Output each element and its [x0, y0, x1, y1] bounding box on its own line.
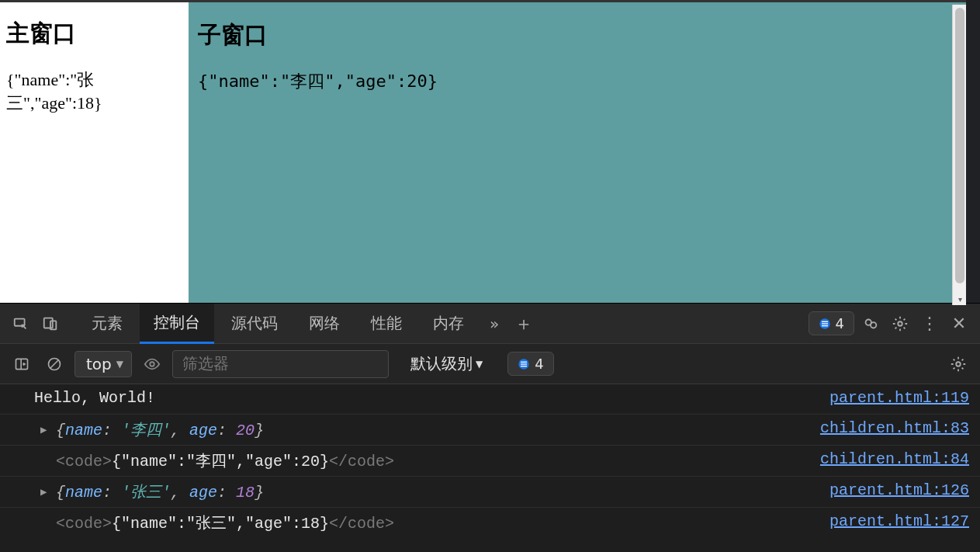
- issues-counter[interactable]: 4: [809, 311, 854, 335]
- svg-rect-4: [822, 323, 828, 324]
- source-link[interactable]: parent.html:119: [814, 389, 969, 407]
- scrollbar-thumb[interactable]: [955, 8, 964, 283]
- console-message: {name: '张三', age: 18}: [34, 481, 814, 502]
- expand-triangle-icon[interactable]: ▶: [40, 485, 47, 498]
- console-message: <code>{"name":"张三","age":18}</code>: [34, 512, 814, 533]
- chevron-down-icon: ▼: [116, 359, 123, 370]
- device-toggle-icon[interactable]: [37, 311, 64, 337]
- console-toolbar: top ▼ 默认级别 ▼ 4: [0, 344, 980, 384]
- toggle-sidebar-icon[interactable]: [9, 352, 34, 377]
- main-window-json: {"name":"张三","age":18}: [6, 68, 182, 114]
- console-settings-gear-icon[interactable]: [946, 352, 971, 377]
- execution-context-dropdown[interactable]: top ▼: [74, 351, 132, 377]
- tab-console[interactable]: 控制台: [140, 304, 214, 344]
- console-row[interactable]: <code>{"name":"张三","age":18}</code>paren…: [0, 507, 980, 538]
- svg-rect-15: [521, 361, 527, 362]
- console-row[interactable]: Hello, World!parent.html:119: [0, 384, 980, 414]
- tab-performance[interactable]: 性能: [357, 304, 416, 344]
- sub-window-frame: 子窗口 {"name":"李四","age":20}: [189, 2, 966, 303]
- svg-rect-16: [521, 366, 527, 366]
- new-tab-icon[interactable]: ＋: [511, 311, 537, 337]
- devtools-panel: 元素 控制台 源代码 网络 性能 内存 » ＋ 4 ⋮ ✕ top ▼: [0, 303, 980, 552]
- scrollbar-down-arrow-icon[interactable]: ▾: [953, 295, 967, 304]
- settings-gear-icon[interactable]: [887, 311, 913, 337]
- log-level-dropdown[interactable]: 默认级别 ▼: [410, 353, 483, 374]
- log-level-label: 默认级别: [410, 353, 473, 374]
- svg-point-8: [871, 322, 876, 328]
- source-link[interactable]: children.html:83: [805, 419, 969, 437]
- console-row[interactable]: ▶{name: '李四', age: 20}children.html:83: [0, 414, 980, 445]
- main-window-frame: 主窗口 {"name":"张三","age":18}: [0, 2, 189, 303]
- svg-point-17: [956, 362, 961, 366]
- source-link[interactable]: children.html:84: [805, 450, 969, 468]
- svg-rect-1: [44, 318, 53, 328]
- console-row[interactable]: <code>{"name":"李四","age":20}</code>child…: [0, 445, 980, 476]
- source-link[interactable]: parent.html:126: [814, 481, 969, 499]
- source-link[interactable]: parent.html:127: [814, 512, 969, 530]
- issues-count-value: 4: [836, 315, 844, 332]
- vertical-scrollbar[interactable]: ▾: [952, 5, 966, 305]
- message-counter[interactable]: 4: [507, 352, 553, 376]
- sub-window-title: 子窗口: [198, 19, 957, 51]
- ai-assist-icon[interactable]: [857, 311, 884, 337]
- tabs-overflow-icon[interactable]: »: [481, 311, 507, 337]
- chevron-down-icon: ▼: [476, 359, 483, 370]
- main-window-title: 主窗口: [6, 18, 182, 50]
- console-message: Hello, World!: [34, 389, 814, 407]
- console-output[interactable]: Hello, World!parent.html:119▶{name: '李四'…: [0, 384, 980, 552]
- close-devtools-icon[interactable]: ✕: [946, 311, 972, 337]
- console-row[interactable]: ▶{name: '张三', age: 18}parent.html:126: [0, 476, 980, 507]
- console-message: {name: '李四', age: 20}: [34, 419, 805, 440]
- expand-triangle-icon[interactable]: ▶: [40, 423, 47, 436]
- execution-context-value: top: [86, 355, 112, 373]
- filter-input[interactable]: [172, 350, 389, 378]
- live-expression-icon[interactable]: [140, 352, 164, 377]
- tab-memory[interactable]: 内存: [419, 304, 478, 344]
- clear-console-icon[interactable]: [42, 352, 67, 377]
- tab-sources[interactable]: 源代码: [217, 304, 292, 344]
- tab-network[interactable]: 网络: [295, 304, 354, 344]
- devtools-tabbar: 元素 控制台 源代码 网络 性能 内存 » ＋ 4 ⋮ ✕: [0, 304, 980, 344]
- svg-point-9: [898, 321, 902, 326]
- page-viewport: 主窗口 {"name":"张三","age":18} 子窗口 {"name":"…: [0, 0, 966, 303]
- message-count-value: 4: [535, 356, 543, 372]
- inspect-element-icon[interactable]: [8, 311, 34, 337]
- svg-rect-5: [822, 321, 828, 321]
- tab-elements[interactable]: 元素: [78, 304, 137, 344]
- sub-window-json: {"name":"李四","age":20}: [198, 70, 957, 93]
- svg-rect-6: [822, 325, 828, 326]
- svg-point-12: [150, 362, 154, 366]
- svg-rect-14: [521, 363, 527, 364]
- console-message: <code>{"name":"李四","age":20}</code>: [34, 450, 805, 471]
- kebab-menu-icon[interactable]: ⋮: [916, 311, 943, 337]
